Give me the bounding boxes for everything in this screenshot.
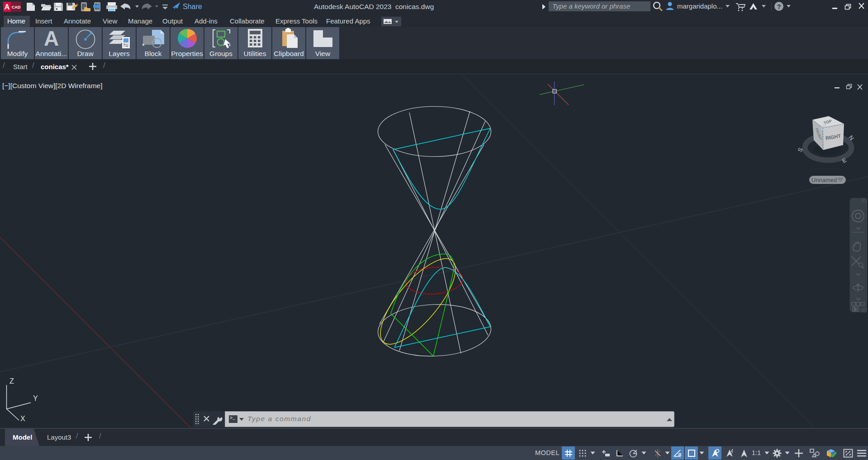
svg-text:A: A [5, 3, 10, 11]
svg-text:?: ? [777, 3, 781, 10]
svg-text:Unnamed: Unnamed [811, 177, 837, 183]
svg-text:CAD: CAD [12, 5, 21, 9]
svg-text:Z: Z [9, 377, 14, 385]
svg-text:Y: Y [33, 394, 38, 402]
svg-text:X: X [20, 415, 25, 422]
